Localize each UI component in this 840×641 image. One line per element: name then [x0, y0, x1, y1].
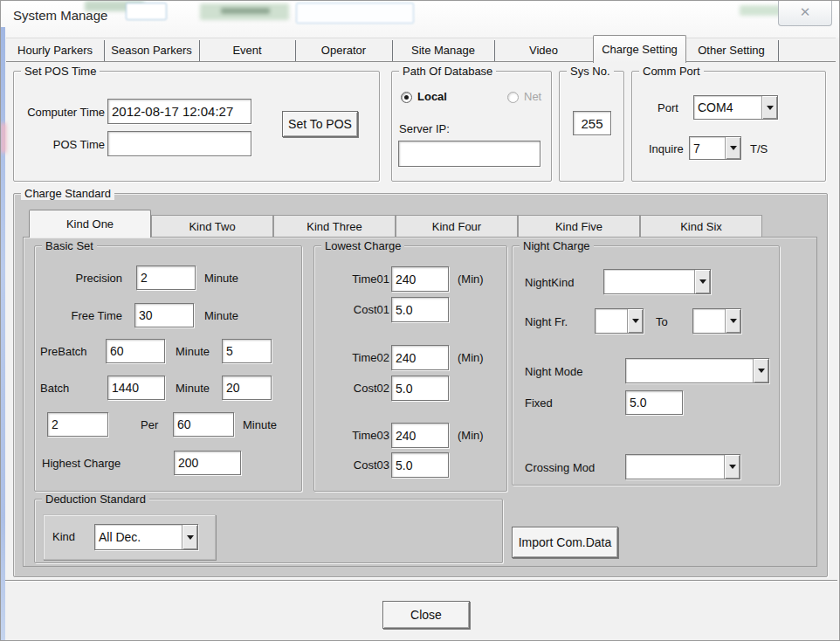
time02-field[interactable]	[391, 345, 449, 370]
deduction-kind-combobox[interactable]: All Dec.	[94, 524, 198, 550]
tab-kind-six[interactable]: Kind Six	[640, 215, 762, 237]
tab-kind-one[interactable]: Kind One	[29, 210, 151, 238]
night-mode-combobox-button[interactable]	[753, 359, 768, 383]
precision-field[interactable]	[136, 265, 196, 290]
time03-field[interactable]	[391, 423, 449, 448]
tab-event[interactable]: Event	[199, 40, 296, 61]
net-radio[interactable]	[507, 92, 519, 103]
server-ip-field[interactable]	[398, 141, 540, 167]
deduction-standard-group-label: Deduction Standard	[42, 493, 149, 506]
night-fr-label: Night Fr.	[525, 315, 568, 329]
prebatch-field[interactable]	[106, 339, 165, 363]
lowest-charge-group-label: Lowest Charge	[321, 239, 404, 252]
comm-port-group-label: Comm Port	[639, 65, 704, 78]
night-mode-label: Night Mode	[525, 365, 582, 379]
night-to-combobox[interactable]	[692, 308, 741, 334]
comm-port-group: Comm Port	[631, 71, 826, 182]
cost03-field[interactable]	[391, 452, 449, 478]
per-label: Per	[141, 418, 158, 432]
pos-time-label: POS Time	[23, 138, 105, 152]
minute-label: Minute	[243, 418, 277, 432]
min-unit-label: (Min)	[458, 429, 484, 443]
batch-extra-field[interactable]	[222, 376, 272, 400]
tab-kind-five[interactable]: Kind Five	[518, 215, 640, 237]
cost01-field[interactable]	[391, 297, 449, 322]
background-window-edge	[1, 27, 5, 640]
tab-video[interactable]: Video	[494, 40, 594, 61]
to-label: To	[656, 315, 668, 329]
port-combobox-value: COM4	[694, 96, 761, 119]
nightkind-combobox-button[interactable]	[694, 270, 710, 293]
sys-no-field[interactable]	[573, 111, 611, 135]
path-of-database-group-label: Path Of Database	[399, 65, 496, 78]
time02-label: Time02	[328, 351, 389, 365]
crossing-mod-label: Crossing Mod	[525, 461, 595, 475]
deduction-kind-combobox-button[interactable]	[182, 525, 197, 549]
prebatch-extra-field[interactable]	[222, 339, 272, 363]
deduction-kind-label: Kind	[52, 530, 75, 544]
per-count-field[interactable]	[47, 412, 108, 437]
fixed-field[interactable]	[625, 390, 683, 415]
title-bar: System Manage ✕	[1, 1, 839, 38]
night-to-combobox-button[interactable]	[725, 309, 740, 333]
time03-label: Time03	[328, 429, 389, 443]
close-icon: ✕	[800, 4, 811, 19]
highest-charge-label: Highest Charge	[42, 457, 120, 471]
import-com-data-button[interactable]: Import Com.Data	[512, 527, 618, 558]
cost03-label: Cost03	[328, 458, 389, 472]
inquire-label: Inquire	[649, 142, 684, 156]
cost02-label: Cost02	[328, 382, 389, 396]
tab-hourly-parkers[interactable]: Hourly Parkers	[6, 40, 105, 61]
port-combobox-button[interactable]	[761, 96, 777, 119]
computer-time-field[interactable]	[107, 99, 251, 124]
night-mode-combobox-value	[626, 359, 753, 383]
per-minutes-field[interactable]	[173, 412, 234, 437]
chevron-down-icon	[730, 319, 737, 323]
inquire-combobox[interactable]: 7	[689, 136, 741, 160]
tab-kind-two[interactable]: Kind Two	[151, 215, 273, 237]
nightkind-combobox[interactable]	[603, 269, 711, 294]
local-radio[interactable]	[401, 92, 412, 103]
chevron-down-icon	[758, 369, 765, 373]
time01-field[interactable]	[391, 266, 449, 292]
tab-other-setting[interactable]: Other Setting	[685, 40, 779, 61]
night-from-combobox-button[interactable]	[627, 309, 643, 333]
cost02-field[interactable]	[391, 376, 449, 401]
tab-kind-three[interactable]: Kind Three	[273, 215, 396, 237]
prebatch-label: PreBatch	[40, 345, 86, 359]
free-time-field[interactable]	[134, 303, 194, 327]
batch-field[interactable]	[107, 376, 165, 400]
background-artifact	[1, 123, 6, 153]
port-label: Port	[658, 101, 678, 115]
night-mode-combobox[interactable]	[625, 358, 769, 383]
tab-season-parkers[interactable]: Season Parkers	[104, 40, 200, 61]
tab-kind-four[interactable]: Kind Four	[396, 215, 518, 237]
minute-label: Minute	[176, 345, 210, 359]
min-unit-label: (Min)	[458, 351, 484, 365]
night-from-combobox[interactable]	[595, 308, 644, 334]
set-pos-time-group-label: Set POS Time	[21, 65, 100, 78]
crossing-mod-combobox-value	[626, 455, 724, 479]
port-combobox[interactable]: COM4	[693, 95, 778, 120]
window-close-button[interactable]: ✕	[778, 1, 832, 26]
crossing-mod-combobox-button[interactable]	[724, 455, 740, 479]
inquire-combobox-button[interactable]	[725, 137, 740, 159]
ts-label: T/S	[750, 142, 768, 156]
minute-label: Minute	[176, 382, 210, 396]
background-artifact	[126, 3, 167, 20]
close-button[interactable]: Close	[382, 601, 470, 629]
set-to-pos-button[interactable]: Set To POS	[282, 111, 358, 137]
pos-time-field[interactable]	[107, 131, 251, 156]
basic-set-group-label: Basic Set	[42, 239, 97, 252]
server-ip-label: Server IP:	[399, 122, 450, 136]
crossing-mod-combobox[interactable]	[625, 454, 740, 479]
min-unit-label: (Min)	[458, 272, 484, 286]
tab-charge-setting[interactable]: Charge Setting	[593, 35, 686, 63]
radio-dot	[404, 95, 409, 100]
tab-site-manage[interactable]: Site Manage	[392, 40, 495, 61]
tab-operator[interactable]: Operator	[295, 40, 393, 61]
nightkind-combobox-value	[604, 270, 694, 293]
minute-label: Minute	[204, 309, 238, 323]
chevron-down-icon	[730, 146, 737, 150]
highest-charge-field[interactable]	[174, 451, 241, 475]
